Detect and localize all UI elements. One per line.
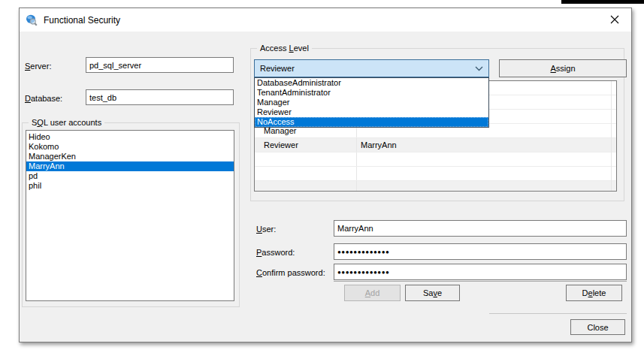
title-bar: Functional Security — [20, 8, 631, 32]
assign-button[interactable]: Assign — [499, 59, 627, 77]
grid-cell-level — [255, 167, 357, 180]
grid-cell-level — [255, 181, 357, 191]
database-label: Database: — [25, 94, 62, 103]
access-level-title: Access Level — [257, 44, 312, 53]
list-item[interactable]: pd — [26, 171, 234, 181]
server-label: Server: — [25, 62, 51, 71]
app-icon — [26, 14, 38, 26]
close-button[interactable] — [607, 13, 622, 26]
dropdown-option[interactable]: TenantAdministrator — [255, 88, 488, 98]
confirm-password-input[interactable] — [334, 264, 627, 280]
grid-cell-user: MarryAnn — [357, 138, 616, 152]
delete-button[interactable]: Delete — [566, 285, 622, 301]
grid-row[interactable] — [255, 167, 616, 181]
functional-security-dialog: Functional Security Server: Database: SQ… — [19, 8, 632, 342]
dialog-title: Functional Security — [44, 15, 120, 26]
dropdown-option[interactable]: DatabaseAdministrator — [255, 78, 488, 88]
grid-row[interactable] — [255, 181, 616, 191]
column-divider — [611, 81, 612, 191]
close-icon — [610, 15, 619, 24]
list-item-selected[interactable]: MarryAnn — [26, 161, 234, 171]
access-level-dropdown: DatabaseAdministrator TenantAdministrato… — [254, 77, 489, 128]
sql-accounts-title: SQL user accounts — [29, 118, 104, 127]
grid-row[interactable]: Reviewer MarryAnn — [255, 138, 616, 152]
list-item[interactable]: phil — [26, 181, 234, 191]
grid-row[interactable] — [255, 152, 616, 167]
grid-cell-user — [357, 181, 616, 191]
background-app-strip — [561, 0, 644, 4]
list-item[interactable]: Kokomo — [26, 142, 234, 152]
grid-cell-user — [357, 167, 616, 180]
access-level-combobox[interactable]: Reviewer — [254, 59, 489, 77]
grid-cell-level: Reviewer — [255, 138, 357, 152]
combo-value: Reviewer — [260, 64, 295, 73]
confirm-password-label: Confirm password: — [256, 268, 325, 277]
password-label: Password: — [256, 248, 295, 257]
password-input[interactable] — [334, 243, 627, 260]
server-input[interactable] — [86, 57, 234, 73]
user-input[interactable] — [334, 220, 627, 237]
chevron-down-icon — [475, 66, 483, 71]
dropdown-option[interactable]: Manager — [255, 98, 488, 107]
dropdown-option-highlighted[interactable]: NoAccess — [255, 117, 488, 127]
form-separator — [334, 281, 627, 282]
add-button: Add — [344, 285, 401, 301]
save-button[interactable]: Save — [405, 285, 460, 301]
grid-cell-level — [255, 152, 357, 166]
close-dialog-button[interactable]: Close — [570, 319, 625, 335]
database-input[interactable] — [86, 89, 234, 105]
user-label: User: — [256, 225, 276, 234]
footer-separator — [489, 313, 627, 314]
list-item[interactable]: Hideo — [26, 132, 234, 142]
list-item[interactable]: ManagerKen — [26, 152, 234, 161]
sql-user-list[interactable]: Hideo Kokomo ManagerKen MarryAnn pd phil — [26, 130, 234, 301]
dropdown-option[interactable]: Reviewer — [255, 107, 488, 117]
grid-cell-user — [357, 152, 616, 166]
